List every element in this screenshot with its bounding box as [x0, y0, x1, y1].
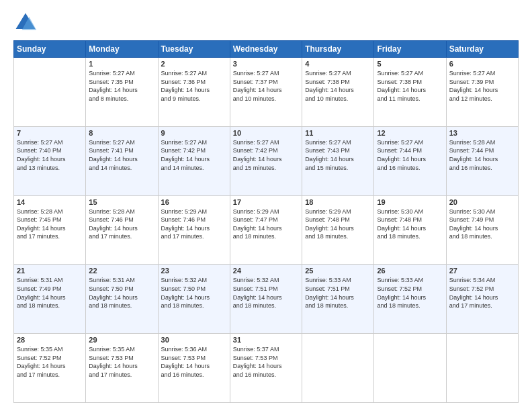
- day-cell: 25Sunrise: 5:33 AM Sunset: 7:51 PM Dayli…: [302, 265, 374, 334]
- day-cell: 18Sunrise: 5:29 AM Sunset: 7:48 PM Dayli…: [302, 195, 374, 265]
- day-cell: [14, 58, 86, 127]
- week-row-3: 14Sunrise: 5:28 AM Sunset: 7:45 PM Dayli…: [14, 195, 519, 265]
- day-info: Sunrise: 5:31 AM Sunset: 7:50 PM Dayligh…: [89, 276, 154, 310]
- day-number: 17: [233, 198, 299, 206]
- day-number: 23: [161, 267, 227, 275]
- day-info: Sunrise: 5:27 AM Sunset: 7:35 PM Dayligh…: [89, 69, 154, 103]
- day-info: Sunrise: 5:31 AM Sunset: 7:49 PM Dayligh…: [17, 276, 83, 310]
- day-number: 6: [449, 60, 515, 68]
- day-number: 19: [377, 198, 443, 206]
- day-info: Sunrise: 5:27 AM Sunset: 7:42 PM Dayligh…: [161, 138, 227, 172]
- day-number: 11: [305, 129, 371, 137]
- day-info: Sunrise: 5:30 AM Sunset: 7:48 PM Dayligh…: [377, 208, 443, 241]
- day-info: Sunrise: 5:27 AM Sunset: 7:37 PM Dayligh…: [233, 69, 299, 103]
- day-info: Sunrise: 5:33 AM Sunset: 7:52 PM Dayligh…: [377, 276, 443, 310]
- header-row: SundayMondayTuesdayWednesdayThursdayFrid…: [14, 41, 519, 58]
- day-info: Sunrise: 5:27 AM Sunset: 7:41 PM Dayligh…: [89, 138, 154, 172]
- day-number: 26: [377, 267, 443, 275]
- day-cell: 13Sunrise: 5:28 AM Sunset: 7:44 PM Dayli…: [446, 126, 518, 195]
- day-info: Sunrise: 5:28 AM Sunset: 7:44 PM Dayligh…: [449, 138, 515, 172]
- day-cell: [374, 334, 446, 403]
- day-info: Sunrise: 5:37 AM Sunset: 7:53 PM Dayligh…: [233, 345, 299, 379]
- day-cell: 28Sunrise: 5:35 AM Sunset: 7:52 PM Dayli…: [14, 334, 86, 403]
- day-cell: [302, 334, 374, 403]
- day-cell: 2Sunrise: 5:27 AM Sunset: 7:36 PM Daylig…: [158, 58, 230, 127]
- day-cell: 20Sunrise: 5:30 AM Sunset: 7:49 PM Dayli…: [446, 195, 518, 265]
- day-info: Sunrise: 5:35 AM Sunset: 7:53 PM Dayligh…: [89, 345, 154, 379]
- day-cell: 11Sunrise: 5:27 AM Sunset: 7:43 PM Dayli…: [302, 126, 374, 195]
- day-info: Sunrise: 5:28 AM Sunset: 7:46 PM Dayligh…: [89, 208, 154, 241]
- day-number: 1: [89, 60, 154, 68]
- col-header-tuesday: Tuesday: [158, 41, 230, 58]
- day-number: 10: [233, 129, 299, 137]
- day-info: Sunrise: 5:27 AM Sunset: 7:44 PM Dayligh…: [377, 138, 443, 172]
- week-row-1: 1Sunrise: 5:27 AM Sunset: 7:35 PM Daylig…: [14, 58, 519, 127]
- day-number: 27: [449, 267, 515, 275]
- day-cell: 1Sunrise: 5:27 AM Sunset: 7:35 PM Daylig…: [86, 58, 158, 127]
- day-info: Sunrise: 5:27 AM Sunset: 7:36 PM Dayligh…: [161, 69, 227, 103]
- day-number: 3: [233, 60, 299, 68]
- header: [13, 11, 519, 35]
- day-info: Sunrise: 5:28 AM Sunset: 7:45 PM Dayligh…: [17, 208, 83, 241]
- day-cell: 16Sunrise: 5:29 AM Sunset: 7:46 PM Dayli…: [158, 195, 230, 265]
- day-number: 24: [233, 267, 299, 275]
- calendar-table: SundayMondayTuesdayWednesdayThursdayFrid…: [13, 40, 519, 403]
- day-info: Sunrise: 5:29 AM Sunset: 7:48 PM Dayligh…: [305, 208, 371, 241]
- day-number: 5: [377, 60, 443, 68]
- day-number: 25: [305, 267, 371, 275]
- col-header-monday: Monday: [86, 41, 158, 58]
- day-number: 4: [305, 60, 371, 68]
- week-row-4: 21Sunrise: 5:31 AM Sunset: 7:49 PM Dayli…: [14, 265, 519, 334]
- day-number: 2: [161, 60, 227, 68]
- day-number: 20: [449, 198, 515, 206]
- day-cell: 21Sunrise: 5:31 AM Sunset: 7:49 PM Dayli…: [14, 265, 86, 334]
- logo-icon: [13, 11, 38, 35]
- day-cell: 27Sunrise: 5:34 AM Sunset: 7:52 PM Dayli…: [446, 265, 518, 334]
- day-info: Sunrise: 5:36 AM Sunset: 7:53 PM Dayligh…: [161, 345, 227, 379]
- day-number: 22: [89, 267, 154, 275]
- day-number: 31: [233, 336, 299, 344]
- day-info: Sunrise: 5:29 AM Sunset: 7:46 PM Dayligh…: [161, 208, 227, 241]
- week-row-2: 7Sunrise: 5:27 AM Sunset: 7:40 PM Daylig…: [14, 126, 519, 195]
- day-number: 16: [161, 198, 227, 206]
- day-cell: 23Sunrise: 5:32 AM Sunset: 7:50 PM Dayli…: [158, 265, 230, 334]
- day-number: 15: [89, 198, 154, 206]
- day-info: Sunrise: 5:35 AM Sunset: 7:52 PM Dayligh…: [17, 345, 83, 379]
- day-number: 30: [161, 336, 227, 344]
- day-number: 14: [17, 198, 83, 206]
- page: SundayMondayTuesdayWednesdayThursdayFrid…: [0, 0, 532, 411]
- day-number: 21: [17, 267, 83, 275]
- col-header-wednesday: Wednesday: [230, 41, 302, 58]
- day-number: 8: [89, 129, 154, 137]
- day-info: Sunrise: 5:27 AM Sunset: 7:42 PM Dayligh…: [233, 138, 299, 172]
- day-cell: 31Sunrise: 5:37 AM Sunset: 7:53 PM Dayli…: [230, 334, 302, 403]
- col-header-friday: Friday: [374, 41, 446, 58]
- day-number: 13: [449, 129, 515, 137]
- day-cell: [446, 334, 518, 403]
- week-row-5: 28Sunrise: 5:35 AM Sunset: 7:52 PM Dayli…: [14, 334, 519, 403]
- day-info: Sunrise: 5:32 AM Sunset: 7:50 PM Dayligh…: [161, 276, 227, 310]
- day-cell: 22Sunrise: 5:31 AM Sunset: 7:50 PM Dayli…: [86, 265, 158, 334]
- logo: [13, 11, 40, 35]
- day-info: Sunrise: 5:27 AM Sunset: 7:40 PM Dayligh…: [17, 138, 83, 172]
- day-cell: 4Sunrise: 5:27 AM Sunset: 7:38 PM Daylig…: [302, 58, 374, 127]
- day-cell: 24Sunrise: 5:32 AM Sunset: 7:51 PM Dayli…: [230, 265, 302, 334]
- day-info: Sunrise: 5:29 AM Sunset: 7:47 PM Dayligh…: [233, 208, 299, 241]
- day-info: Sunrise: 5:27 AM Sunset: 7:39 PM Dayligh…: [449, 69, 515, 103]
- day-cell: 15Sunrise: 5:28 AM Sunset: 7:46 PM Dayli…: [86, 195, 158, 265]
- day-cell: 7Sunrise: 5:27 AM Sunset: 7:40 PM Daylig…: [14, 126, 86, 195]
- day-number: 9: [161, 129, 227, 137]
- day-number: 18: [305, 198, 371, 206]
- day-cell: 6Sunrise: 5:27 AM Sunset: 7:39 PM Daylig…: [446, 58, 518, 127]
- day-info: Sunrise: 5:27 AM Sunset: 7:38 PM Dayligh…: [377, 69, 443, 103]
- day-cell: 30Sunrise: 5:36 AM Sunset: 7:53 PM Dayli…: [158, 334, 230, 403]
- day-cell: 9Sunrise: 5:27 AM Sunset: 7:42 PM Daylig…: [158, 126, 230, 195]
- day-cell: 14Sunrise: 5:28 AM Sunset: 7:45 PM Dayli…: [14, 195, 86, 265]
- day-cell: 10Sunrise: 5:27 AM Sunset: 7:42 PM Dayli…: [230, 126, 302, 195]
- col-header-thursday: Thursday: [302, 41, 374, 58]
- day-info: Sunrise: 5:30 AM Sunset: 7:49 PM Dayligh…: [449, 208, 515, 241]
- day-cell: 17Sunrise: 5:29 AM Sunset: 7:47 PM Dayli…: [230, 195, 302, 265]
- col-header-saturday: Saturday: [446, 41, 518, 58]
- day-info: Sunrise: 5:33 AM Sunset: 7:51 PM Dayligh…: [305, 276, 371, 310]
- day-number: 12: [377, 129, 443, 137]
